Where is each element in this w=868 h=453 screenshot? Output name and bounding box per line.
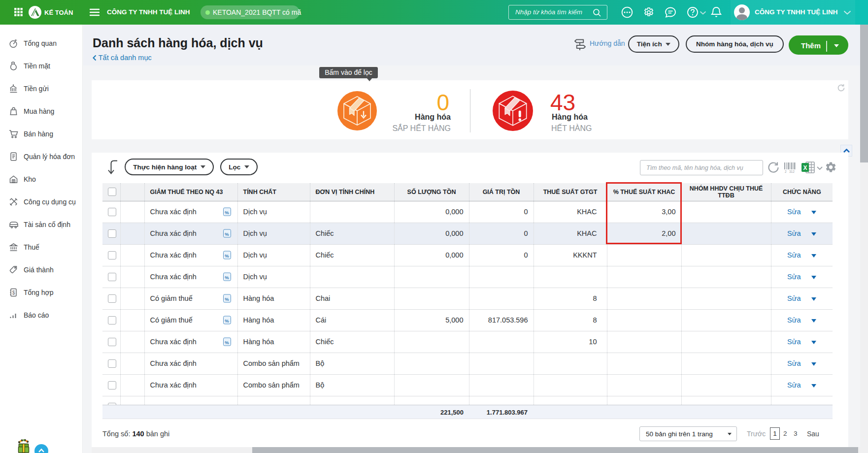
svg-text:2: 2 (785, 170, 787, 173)
svg-text:X: X (803, 164, 807, 171)
svg-text:312: 312 (789, 170, 795, 173)
svg-text:$: $ (12, 290, 15, 295)
